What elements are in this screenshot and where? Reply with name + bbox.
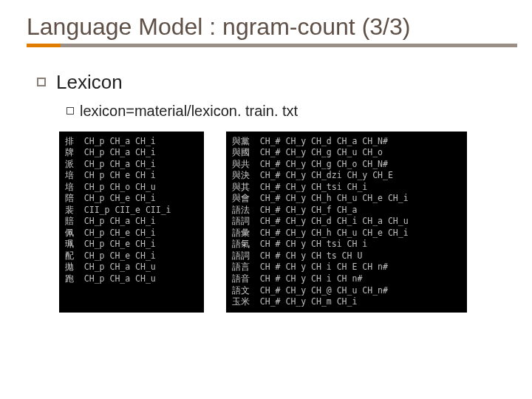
lexicon-char: 語詞 <box>232 250 250 261</box>
lexicon-phones: CH_# CH_y CH_m CH_i <box>250 296 357 307</box>
lexicon-char: 語詞 <box>232 216 250 226</box>
lexicon-char: 裴 <box>65 205 74 215</box>
lexicon-phones: CH_p CH_e CH_i <box>74 250 156 261</box>
lexicon-char: 與國 <box>232 147 250 157</box>
lexicon-phones: CH_# CH_y CH_f CH_a <box>250 205 357 215</box>
lexicon-phones: CH_# CH_y CH_h CH_u CH_e CH_i <box>250 193 409 203</box>
lexicon-row: 派 CH_p CH_a CH_i <box>65 159 198 171</box>
lexicon-row: 配 CH_p CH_e CH_i <box>65 250 198 262</box>
lexicon-phones: CH_p CH_e CH_i <box>74 239 156 249</box>
lexicon-char: 牌 <box>65 147 74 157</box>
lexicon-row: 與國 CH_# CH_y CH_g CH_u CH_o <box>232 147 461 159</box>
lexicon-char: 語言 <box>232 262 250 272</box>
lexicon-panel-right: 與黨 CH_# CH_y CH_d CH_a CH_N#與國 CH_# CH_y… <box>226 132 467 313</box>
lexicon-char: 跑 <box>65 273 74 284</box>
lexicon-row: 玉米 CH_# CH_y CH_m CH_i <box>232 296 461 308</box>
lexicon-phones: CH # CH y CH tsi CH i <box>250 239 367 249</box>
lexicon-char: 與其 <box>232 182 250 192</box>
lexicon-row: 語法 CH_# CH_y CH_f CH_a <box>232 205 461 216</box>
lexicon-phones: CH_p CH_a CH_i <box>74 216 156 226</box>
lexicon-phones: CH_# CH_y CH_d CH_i CH_a CH_u <box>250 216 409 226</box>
lexicon-char: 與決 <box>232 170 250 180</box>
lexicon-row: 語音 CH # CH y CH i CH n# <box>232 273 461 285</box>
lexicon-row: 語彙 CH_# CH_y CH_h CH_u CH_e CH_i <box>232 228 461 239</box>
lexicon-phones: CH_# CH_y CH_tsi CH_i <box>250 182 367 192</box>
underline-accent <box>27 44 61 47</box>
underline-rest <box>61 44 517 47</box>
slide-title: Language Model : ngram-count (3/3) <box>27 13 517 41</box>
lexicon-phones: CH_p CH_a CH_u <box>74 273 156 284</box>
lexicon-row: 語文 CH_# CH_y CH_@ CH_u CH_n# <box>232 285 461 297</box>
lexicon-phones: CH_# CH_y CH_dzi CH_y CH_E <box>250 170 393 180</box>
lexicon-phones: CH_# CH_y CH_@ CH_u CH_n# <box>250 285 388 296</box>
lexicon-char: 玉米 <box>232 296 250 307</box>
lexicon-char: 與共 <box>232 159 250 169</box>
bullet-lexicon: Lexicon <box>37 71 505 94</box>
lexicon-phones: CH p CH e CH i <box>74 170 156 180</box>
lexicon-char: 語文 <box>232 285 250 296</box>
lexicon-phones: CH_# CH_y CH_g CH_o CH_N# <box>250 159 388 169</box>
lexicon-row: 佩 CH_p CH_e CH_i <box>65 228 198 239</box>
lexicon-phones: CH_# CH_y CH_d CH_a CH_N# <box>250 136 388 146</box>
sub-bullet-path: lexicon=material/lexicon. train. txt <box>66 103 505 120</box>
lexicon-char: 派 <box>65 159 74 169</box>
lexicon-phones: CII_p CII_e CII_i <box>74 205 171 215</box>
lexicon-row: 與會 CH_# CH_y CH_h CH_u CH_e CH_i <box>232 193 461 205</box>
lexicon-char: 語音 <box>232 273 250 284</box>
lexicon-char: 賠 <box>65 216 74 226</box>
square-bullet-icon <box>37 78 46 86</box>
lexicon-char: 語法 <box>232 205 250 215</box>
lexicon-row: 培 CH_p CH_o CH_u <box>65 182 198 194</box>
lexicon-row: 拋 CH_p CH_a CH_u <box>65 262 198 273</box>
lexicon-row: 賠 CH_p CH_a CH_i <box>65 216 198 228</box>
lexicon-phones: CH_p CH_a CH_i <box>74 159 156 169</box>
lexicon-phones: CH_p CH_e CH_i <box>74 228 156 238</box>
lexicon-row: 裴 CII_p CII_e CII_i <box>65 205 198 216</box>
lexicon-char: 陪 <box>65 193 74 203</box>
lexicon-phones: CH_p CH_o CH_u <box>74 182 156 192</box>
lexicon-char: 培 <box>65 170 74 180</box>
lexicon-row: 語詞 CH_# CH_y CH_d CH_i CH_a CH_u <box>232 216 461 228</box>
lexicon-char: 佩 <box>65 228 74 238</box>
lexicon-row: 語氣 CH # CH y CH tsi CH i <box>232 239 461 250</box>
lexicon-char: 與黨 <box>232 136 250 146</box>
lexicon-phones: CH_# CH_y CH_h CH_u CH_e CH_i <box>250 228 409 238</box>
lexicon-phones: CH_# CH_y CH_g CH_u CH_o <box>250 147 383 157</box>
lexicon-row: 跑 CH_p CH_a CH_u <box>65 273 198 285</box>
lexicon-phones: CH # CH y CH i CH E CH n# <box>250 262 388 272</box>
lexicon-char: 語彙 <box>232 228 250 238</box>
lexicon-char: 配 <box>65 250 74 261</box>
lexicon-phones: CH_p CH_a CH_i <box>74 147 156 157</box>
lexicon-char: 語氣 <box>232 239 250 249</box>
lexicon-row: 與黨 CH_# CH_y CH_d CH_a CH_N# <box>232 136 461 148</box>
title-underline <box>27 44 517 47</box>
lexicon-phones: CH_p CH_a CH_u <box>74 262 156 272</box>
lexicon-phones: CH # CH y CH i CH n# <box>250 273 362 284</box>
square-bullet-icon <box>66 107 74 115</box>
lexicon-row: 與其 CH_# CH_y CH_tsi CH_i <box>232 182 461 194</box>
lexicon-row: 語詞 CH # CH y CH ts CH U <box>232 250 461 262</box>
lexicon-row: 牌 CH_p CH_a CH_i <box>65 147 198 159</box>
lexicon-phones: CH # CH y CH ts CH U <box>250 250 362 261</box>
lexicon-panel-left: 排 CH_p CH_a CH_i牌 CH_p CH_a CH_i派 CH_p C… <box>59 132 204 313</box>
lexicon-row: 培 CH p CH e CH i <box>65 170 198 182</box>
bullet-text: Lexicon <box>56 71 123 94</box>
lexicon-char: 拋 <box>65 262 74 272</box>
lexicon-char: 排 <box>65 136 74 146</box>
lexicon-row: 與共 CH_# CH_y CH_g CH_o CH_N# <box>232 159 461 171</box>
lexicon-row: 語言 CH # CH y CH i CH E CH n# <box>232 262 461 273</box>
lexicon-row: 珮 CH_p CH_e CH_i <box>65 239 198 250</box>
lexicon-phones: CH_p CH_e CH_i <box>74 193 156 203</box>
lexicon-row: 陪 CH_p CH_e CH_i <box>65 193 198 205</box>
lexicon-row: 排 CH_p CH_a CH_i <box>65 136 198 148</box>
lexicon-phones: CH_p CH_a CH_i <box>74 136 156 146</box>
lexicon-char: 珮 <box>65 239 74 249</box>
lexicon-row: 與決 CH_# CH_y CH_dzi CH_y CH_E <box>232 170 461 182</box>
lexicon-char: 培 <box>65 182 74 192</box>
sub-bullet-text: lexicon=material/lexicon. train. txt <box>80 103 298 120</box>
lexicon-char: 與會 <box>232 193 250 203</box>
